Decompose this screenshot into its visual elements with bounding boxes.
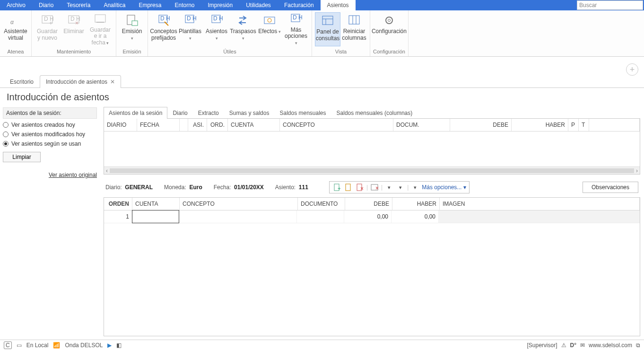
radio-as-used[interactable]: Ver asientos según se usan <box>3 140 97 147</box>
gear-icon <box>381 13 397 27</box>
panel-consultas-button[interactable]: Panel de consultas <box>315 12 340 46</box>
warn-icon[interactable]: ⚠ <box>561 342 566 349</box>
entry-toolbar: + × | × | ▾ ▾ | ▾ Más opciones... ▾ <box>329 181 470 193</box>
radio-modified-today[interactable]: Ver asientos modificados hoy <box>3 131 97 138</box>
tool-a-icon[interactable]: ▾ <box>384 183 394 192</box>
alpha-icon: α <box>8 13 24 27</box>
svg-rect-16 <box>264 17 275 24</box>
config-button[interactable]: Configuración <box>376 12 402 46</box>
status-bar: C ▭ En Local 📶 Onda DELSOL ▶ ◧ [Supervis… <box>0 340 644 350</box>
svg-text:+: + <box>338 185 340 191</box>
wifi-icon[interactable]: 📶 <box>53 342 60 349</box>
add-tab-button[interactable]: + <box>626 63 638 76</box>
grid2-header: ORDEN CUENTA CONCEPTO DOCUMENTO DEBE HAB… <box>104 198 640 210</box>
play-icon[interactable]: ▶ <box>107 342 112 349</box>
conceptos-button[interactable]: D HConceptos prefijados <box>151 12 176 46</box>
c-icon[interactable]: C <box>4 341 12 349</box>
monitor-icon[interactable]: ▭ <box>17 342 22 349</box>
group-emision: Emisión <box>122 49 141 56</box>
entry-grid[interactable]: ORDEN CUENTA CONCEPTO DOCUMENTO DEBE HAB… <box>104 197 640 336</box>
session-grid[interactable]: DIARIO FECHA ASI. ORD. CUENTA CONCEPTO D… <box>104 119 640 175</box>
status-web[interactable]: www.sdelsol.com <box>589 342 632 349</box>
search-input[interactable]: Buscar <box>577 0 643 10</box>
menu-tesoreria[interactable]: Tesorería <box>60 0 97 10</box>
grid1-header: DIARIO FECHA ASI. ORD. CUENTA CONCEPTO D… <box>104 119 640 131</box>
svg-point-27 <box>388 19 390 22</box>
panel-icon <box>320 14 336 28</box>
subtab-diario[interactable]: Diario <box>167 107 192 119</box>
document-tabs: + Escritorio Introducción de asientos✕ <box>0 73 644 88</box>
ribbon: αAsistente virtual Atenea D H+Guardar y … <box>0 10 644 57</box>
save-goto-icon <box>92 13 108 26</box>
menu-asientos[interactable]: Asientos <box>321 0 356 10</box>
delete-button[interactable]: D H×Eliminar <box>61 12 87 46</box>
doc-more-icon: D H <box>288 13 304 26</box>
menu-entorno[interactable]: Entorno <box>168 0 201 10</box>
status-onda: Onda DELSOL <box>65 342 103 349</box>
svg-rect-30 <box>346 184 350 191</box>
grid-del-icon[interactable]: × <box>370 183 379 192</box>
entry-row[interactable]: 1 0,00 0,00 <box>104 210 640 223</box>
svg-point-17 <box>268 18 271 22</box>
close-tab-icon[interactable]: ✕ <box>110 79 115 85</box>
tab-introduccion[interactable]: Introducción de asientos✕ <box>40 75 121 88</box>
more-options-link[interactable]: Más opciones... ▾ <box>422 184 466 191</box>
subtab-sumas[interactable]: Sumas y saldos <box>224 107 275 119</box>
menu-empresa[interactable]: Empresa <box>132 0 168 10</box>
view-original-link[interactable]: Ver asiento original <box>49 172 97 178</box>
menu-diario[interactable]: Diario <box>32 0 60 10</box>
save-goto-button[interactable]: Guardar e ir a fecha <box>87 12 113 46</box>
print-doc-icon <box>124 13 140 27</box>
more-options-button[interactable]: D HMás opciones <box>283 12 309 46</box>
transfer-icon <box>235 13 251 27</box>
traspasos-button[interactable]: Traspasos <box>230 12 256 46</box>
efectos-button[interactable]: Efectos <box>257 12 282 46</box>
clear-button[interactable]: Limpiar <box>3 152 41 162</box>
tool-b-icon[interactable]: ▾ <box>396 183 405 192</box>
svg-text:×: × <box>360 185 363 191</box>
observations-button[interactable]: Observaciones <box>583 182 638 193</box>
subtab-extracto[interactable]: Extracto <box>193 107 224 119</box>
reset-columns-button[interactable]: Reiniciar columnas <box>341 12 367 46</box>
menu-archivo[interactable]: Archivo <box>0 0 32 10</box>
menu-impresion[interactable]: Impresión <box>201 0 239 10</box>
group-mantenimiento: Mantenimiento <box>57 49 91 56</box>
subtab-saldos[interactable]: Saldos mensuales <box>274 107 331 119</box>
mail-icon[interactable]: ✉ <box>580 342 585 349</box>
efectos-icon <box>261 13 278 27</box>
save-new-button[interactable]: D H+Guardar y nuevo <box>35 12 60 46</box>
tab-escritorio[interactable]: Escritorio <box>4 75 40 88</box>
right-panel: Asientos de la sesión Diario Extracto Su… <box>102 105 644 350</box>
group-utiles: Útiles <box>223 49 236 56</box>
assistant-button[interactable]: αAsistente virtual <box>3 12 28 46</box>
cuenta-input[interactable] <box>132 210 179 223</box>
radio-created-today[interactable]: Ver asientos creados hoy <box>3 122 97 128</box>
menu-analitica[interactable]: Analítica <box>97 0 132 10</box>
doc-pencil-icon: D H <box>156 13 172 27</box>
asientos-button[interactable]: D HAsientos <box>204 12 229 46</box>
svg-text:D H: D H <box>293 14 303 21</box>
status-supervisor: [Supervisor] <box>527 342 557 349</box>
menu-facturacion[interactable]: Facturación <box>278 0 321 10</box>
subtab-sesion[interactable]: Asientos de la sesión <box>104 107 167 119</box>
chart-icon[interactable]: ◧ <box>116 342 122 349</box>
svg-text:D H: D H <box>213 15 223 22</box>
grid1-scrollbar[interactable]: ‹› <box>104 166 640 174</box>
tool-c-icon[interactable]: ▾ <box>410 183 420 192</box>
subtab-saldos-col[interactable]: Saldos mensuales (columnas) <box>331 107 418 119</box>
svg-rect-23 <box>349 16 359 24</box>
emision-button[interactable]: Emisión <box>119 12 145 46</box>
columns-icon <box>346 13 362 27</box>
copy-icon[interactable]: ⧉ <box>636 342 640 349</box>
svg-rect-9 <box>132 21 138 26</box>
menu-bar: Archivo Diario Tesorería Analítica Empre… <box>0 0 644 10</box>
doc-new-icon[interactable]: + <box>332 183 342 192</box>
menu-utilidades[interactable]: Utilidades <box>239 0 278 10</box>
delete-icon: D H× <box>66 13 82 27</box>
plantillas-button[interactable]: D HPlantillas <box>177 12 203 46</box>
svg-text:×: × <box>75 20 78 26</box>
doc-del-icon[interactable]: × <box>355 183 365 192</box>
save-plus-icon: D H+ <box>39 13 55 27</box>
doc-edit-icon[interactable] <box>344 183 353 192</box>
d-icon[interactable]: D° <box>570 342 576 349</box>
